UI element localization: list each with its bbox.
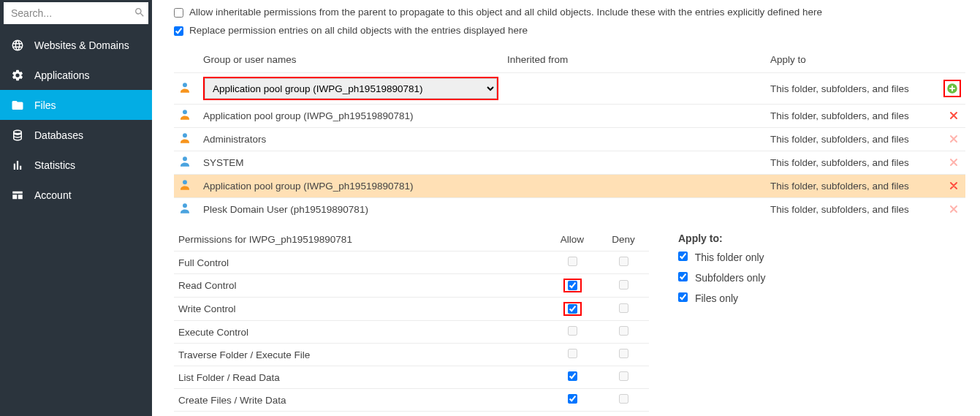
acl-row[interactable]: SYSTEMThis folder, subfolders, and files	[174, 151, 965, 175]
content-area: Allow inheritable permissions from the p…	[152, 0, 980, 416]
nav-label: Files	[34, 99, 56, 111]
acl-table: Group or user names Inherited from Apply…	[174, 47, 965, 221]
nav-account[interactable]: Account	[0, 180, 152, 210]
apply-to: This folder, subfolders, and files	[766, 151, 936, 175]
permission-row: Read Control	[174, 274, 649, 298]
deny-header: Deny	[598, 228, 649, 252]
acl-row[interactable]: AdministratorsThis folder, subfolders, a…	[174, 128, 965, 151]
col-group: Group or user names	[199, 47, 503, 73]
nav-label: Websites & Domains	[34, 39, 129, 51]
delete-row-button[interactable]	[946, 155, 961, 170]
apply-to: This folder, subfolders, and files	[766, 105, 936, 128]
nav-label: Statistics	[34, 159, 75, 171]
allow-checkbox[interactable]	[568, 349, 577, 358]
apply-to-label: This folder only	[695, 252, 764, 263]
permission-row: Create Folders / Append Data	[174, 412, 649, 417]
apply-to-header: Apply to:	[678, 232, 765, 244]
permission-row: Traverse Folder / Execute File	[174, 344, 649, 366]
replace-permissions-checkbox[interactable]	[174, 26, 183, 36]
allow-checkbox[interactable]	[568, 281, 577, 290]
deny-checkbox[interactable]	[619, 394, 628, 404]
svg-point-4	[183, 156, 187, 161]
apply-to-label: Files only	[695, 292, 738, 304]
apply-to-label: Subfolders only	[695, 272, 766, 284]
delete-row-button[interactable]	[946, 178, 961, 193]
permission-name: Full Control	[174, 252, 547, 274]
group-name: SYSTEM	[203, 157, 244, 168]
svg-point-6	[183, 203, 187, 208]
deny-checkbox[interactable]	[619, 280, 628, 290]
permission-row: Full Control	[174, 252, 649, 274]
acl-row[interactable]: Application pool group (IWPG_ph195198907…	[174, 105, 965, 128]
allow-checkbox[interactable]	[568, 394, 577, 404]
delete-row-button[interactable]	[946, 108, 961, 123]
deny-checkbox[interactable]	[619, 371, 628, 381]
database-icon	[11, 129, 27, 142]
sidebar: Websites & DomainsApplicationsFilesDatab…	[0, 0, 152, 416]
permission-row: Create Files / Write Data	[174, 389, 649, 412]
gear-icon	[11, 69, 27, 82]
allow-checkbox[interactable]	[568, 371, 577, 381]
group-name: Application pool group (IWPG_ph195198907…	[203, 110, 413, 121]
add-row-button[interactable]	[945, 81, 960, 96]
acl-row[interactable]: Application pool group (IWPG_ph195198907…	[174, 73, 965, 105]
group-name: Administrators	[203, 134, 266, 145]
inherited-from	[503, 151, 766, 175]
nav-database[interactable]: Databases	[0, 120, 152, 150]
inherit-permissions-checkbox[interactable]	[174, 8, 183, 18]
apply-to-section: Apply to: This folder only Subfolders on…	[678, 228, 765, 416]
permission-row: Write Control	[174, 298, 649, 321]
inherited-from	[503, 128, 766, 151]
col-inherited: Inherited from	[503, 47, 766, 73]
permission-name: Create Files / Write Data	[174, 389, 547, 412]
svg-point-3	[183, 133, 187, 137]
svg-point-2	[183, 110, 187, 114]
group-name: Application pool group (IWPG_ph195198907…	[203, 181, 413, 192]
apply-to-checkbox[interactable]	[678, 252, 688, 261]
user-icon	[178, 132, 194, 147]
deny-checkbox[interactable]	[619, 303, 628, 313]
inherited-from	[503, 73, 766, 105]
apply-to-checkbox[interactable]	[678, 272, 688, 281]
delete-row-button[interactable]	[946, 202, 961, 216]
allow-checkbox[interactable]	[568, 304, 577, 314]
delete-row-button[interactable]	[946, 132, 961, 146]
apply-to-checkbox[interactable]	[678, 292, 688, 302]
apply-to-option[interactable]: Subfolders only	[678, 272, 765, 284]
permission-row: Execute Control	[174, 321, 649, 344]
acl-row[interactable]: Application pool group (IWPG_ph195198907…	[174, 175, 965, 198]
allow-checkbox[interactable]	[568, 257, 577, 266]
allow-header: Allow	[547, 228, 598, 252]
apply-to-option[interactable]: This folder only	[678, 252, 765, 263]
add-row-highlight	[943, 80, 961, 97]
nav-folder[interactable]: Files	[0, 90, 152, 120]
replace-permissions-label: Replace permission entries on all child …	[189, 25, 528, 36]
allow-checkbox[interactable]	[568, 326, 577, 336]
nav-gear[interactable]: Applications	[0, 60, 152, 90]
group-name: Plesk Domain User (ph19519890781)	[203, 204, 368, 215]
permission-name: Read Control	[174, 274, 547, 298]
group-select[interactable]: Application pool group (IWPG_ph195198907…	[205, 78, 497, 99]
deny-checkbox[interactable]	[619, 326, 628, 336]
permissions-table: Permissions for IWPG_ph19519890781 Allow…	[174, 228, 649, 416]
folder-icon	[11, 99, 27, 112]
deny-checkbox[interactable]	[619, 349, 628, 358]
permissions-for-label: Permissions for IWPG_ph19519890781	[174, 228, 547, 252]
nav-stats[interactable]: Statistics	[0, 150, 152, 180]
acl-row[interactable]: Plesk Domain User (ph19519890781)This fo…	[174, 198, 965, 222]
account-icon	[11, 189, 27, 202]
apply-to-option[interactable]: Files only	[678, 292, 765, 304]
nav-globe[interactable]: Websites & Domains	[0, 30, 152, 60]
stats-icon	[11, 159, 27, 172]
permission-name: Write Control	[174, 298, 547, 321]
inherited-from	[503, 105, 766, 128]
search-icon[interactable]	[131, 7, 148, 20]
permission-name: Traverse Folder / Execute File	[174, 344, 547, 366]
search-box	[4, 2, 148, 24]
search-input[interactable]	[4, 2, 131, 24]
permission-name: Execute Control	[174, 321, 547, 344]
user-icon	[178, 202, 194, 217]
group-select-highlight: Application pool group (IWPG_ph195198907…	[203, 77, 498, 100]
inherited-from	[503, 198, 766, 222]
deny-checkbox[interactable]	[619, 257, 628, 266]
